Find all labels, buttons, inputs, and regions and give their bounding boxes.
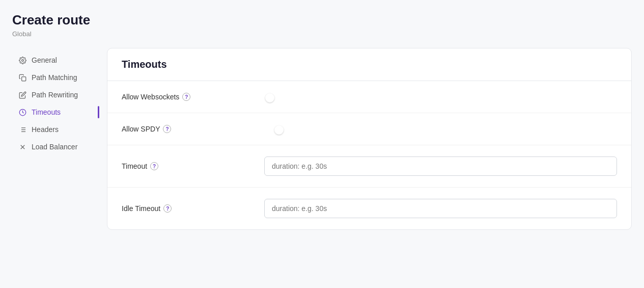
allow-websockets-label: Allow Websockets [122, 93, 179, 101]
sidebar-item-label-path-rewriting: Path Rewriting [32, 91, 78, 99]
section-header: Timeouts [107, 48, 631, 81]
toggle-thumb-spdy [274, 125, 284, 135]
sidebar-item-label-general: General [32, 56, 57, 64]
page-subtitle: Global [12, 30, 632, 38]
sidebar-item-label-path-matching: Path Matching [32, 73, 77, 82]
allow-spdy-label: Allow SPDY [122, 125, 160, 133]
sidebar-item-path-rewriting[interactable]: Path Rewriting [12, 87, 99, 103]
idle-timeout-input[interactable] [264, 199, 617, 218]
copy-icon [18, 73, 26, 82]
allow-websockets-row: Allow Websockets ? [107, 81, 631, 113]
sidebar: General Path Matching [12, 48, 99, 230]
allow-websockets-help-icon[interactable]: ? [182, 93, 190, 101]
idle-timeout-label: Idle Timeout [122, 204, 160, 213]
edit-icon [18, 91, 26, 99]
sidebar-item-path-matching[interactable]: Path Matching [12, 69, 99, 86]
timeout-input[interactable] [264, 156, 617, 176]
sidebar-item-load-balancer[interactable]: Load Balancer [12, 139, 99, 155]
timeout-label: Timeout [122, 162, 147, 170]
allow-spdy-row: Allow SPDY ? [107, 113, 631, 145]
timeout-help-icon[interactable]: ? [150, 162, 158, 170]
page-title: Create route [12, 12, 632, 28]
section-title: Timeouts [122, 59, 167, 70]
sidebar-item-label-load-balancer: Load Balancer [32, 143, 77, 151]
toggle-thumb-websockets [265, 93, 274, 102]
allow-spdy-help-icon[interactable]: ? [163, 125, 171, 133]
clock-icon [18, 108, 26, 116]
svg-point-0 [21, 59, 23, 61]
timeout-row: Timeout ? [107, 145, 631, 188]
idle-timeout-help-icon[interactable]: ? [163, 204, 172, 213]
sidebar-item-label-timeouts: Timeouts [32, 108, 61, 116]
main-panel: Timeouts Allow Websockets ? [107, 48, 632, 230]
sidebar-item-label-headers: Headers [32, 125, 59, 134]
idle-timeout-row: Idle Timeout ? [107, 188, 631, 229]
sidebar-item-general[interactable]: General [12, 52, 99, 68]
gear-icon [18, 56, 26, 64]
sidebar-item-headers[interactable]: Headers [12, 121, 99, 138]
list-icon [18, 125, 26, 134]
svg-rect-1 [21, 76, 25, 81]
x-icon [18, 143, 26, 151]
sidebar-item-timeouts[interactable]: Timeouts [12, 104, 99, 120]
